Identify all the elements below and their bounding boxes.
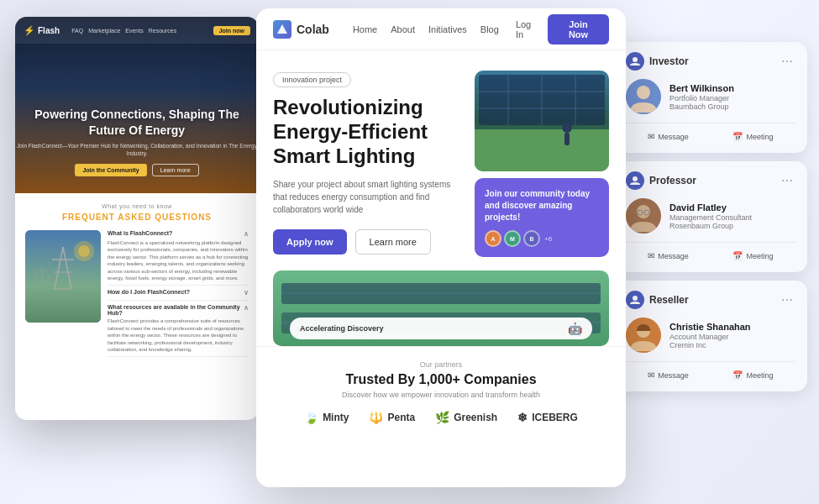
- reseller-role-icon: [626, 291, 644, 309]
- flash-faq-answer-0: FlashConnect is a specialized networking…: [108, 239, 249, 281]
- partner-greenish-icon: 🌿: [435, 411, 449, 424]
- colab-apply-button[interactable]: Apply now: [273, 229, 347, 255]
- colab-partners-label: Our partners: [273, 360, 609, 369]
- investor-message-button[interactable]: ✉ Message: [626, 130, 711, 143]
- colab-join-button[interactable]: Join Now: [548, 14, 609, 45]
- reseller-title: Account Manager: [669, 333, 751, 341]
- colab-avatar-m: M: [504, 230, 521, 247]
- reseller-avatar: [626, 318, 661, 353]
- flash-logo: ⚡ Flash: [24, 25, 60, 36]
- flash-faq-item-0[interactable]: What is FlashConnect? ∧ FlashConnect is …: [108, 230, 249, 286]
- reseller-role-label: Reseller: [649, 294, 774, 306]
- colab-card: Colab Home About Initiatives Blog Log In…: [256, 8, 626, 487]
- flash-nav: ⚡ Flash FAQ Marketplace Events Resources…: [15, 17, 259, 44]
- partner-minty: 🍃 Minty: [304, 411, 349, 424]
- svg-rect-20: [564, 133, 570, 145]
- colab-partner-logos: 🍃 Minty 🔱 Penta 🌿 Greenish ❄ ICEBERG: [273, 411, 609, 424]
- colab-avatar-more: +6: [544, 235, 552, 243]
- flash-faq-item-1[interactable]: How do I Join FlashConnect? ∨: [108, 289, 249, 301]
- colab-nav-home[interactable]: Home: [353, 24, 377, 34]
- reseller-meeting-label: Meeting: [746, 371, 773, 380]
- flash-community-button[interactable]: Join the Community: [75, 164, 146, 176]
- colab-partners-title: Trusted By 1,000+ Companies: [273, 372, 609, 387]
- reseller-meeting-button[interactable]: 📅 Meeting: [711, 369, 795, 381]
- colab-nav-actions: Log In Join Now: [516, 14, 609, 45]
- colab-avatars: A M B +6: [485, 230, 599, 247]
- flash-logo-text: Flash: [38, 26, 60, 35]
- contact-cards-container: Investor ⋯ Bert Wilkinson Portfolio Mana…: [614, 42, 807, 391]
- professor-more-button[interactable]: ⋯: [779, 172, 795, 189]
- professor-meeting-button[interactable]: 📅 Meeting: [711, 249, 795, 262]
- investor-company: Baumbach Group: [669, 102, 734, 111]
- flash-faq-image: [25, 230, 101, 323]
- partner-greenish-label: Greenish: [454, 412, 497, 423]
- meeting-icon: 📅: [732, 132, 743, 141]
- colab-hero-desc: Share your project about smart lighting …: [273, 178, 465, 216]
- professor-actions: ✉ Message 📅 Meeting: [626, 242, 795, 262]
- colab-hero-actions: Apply now Learn more: [273, 229, 465, 255]
- svg-point-29: [633, 176, 638, 181]
- flash-faq-question-1[interactable]: How do I Join FlashConnect? ∨: [108, 289, 249, 297]
- colab-hero-title: Revolutionizing Energy-Efficient Smart L…: [273, 96, 465, 168]
- colab-nav-blog[interactable]: Blog: [480, 24, 499, 34]
- investor-meeting-button[interactable]: 📅 Meeting: [711, 130, 795, 143]
- colab-partners: Our partners Trusted By 1,000+ Companies…: [256, 346, 626, 434]
- colab-learn-button[interactable]: Learn more: [355, 229, 431, 255]
- professor-message-button[interactable]: ✉ Message: [626, 249, 711, 262]
- contact-card-reseller: Reseller ⋯ Christie Shanahan Account Man…: [614, 281, 807, 391]
- reseller-message-label: Message: [658, 371, 689, 380]
- flash-card: ⚡ Flash FAQ Marketplace Events Resources…: [15, 17, 259, 420]
- meeting-icon-3: 📅: [732, 370, 743, 380]
- professor-role-icon: [626, 171, 644, 190]
- flash-hero-buttons: Join the Community Learn more: [15, 164, 259, 176]
- svg-point-19: [562, 123, 572, 133]
- colab-logo: Colab: [273, 20, 329, 39]
- reseller-message-button[interactable]: ✉ Message: [626, 369, 711, 381]
- colab-discovery-label: Accelerating Discovery: [300, 324, 384, 333]
- flash-faq-question-0[interactable]: What is FlashConnect? ∧: [108, 230, 249, 238]
- partner-minty-label: Minty: [323, 412, 349, 423]
- flash-faq-question-2[interactable]: What resources are available in the Comm…: [108, 304, 249, 316]
- svg-point-9: [78, 245, 90, 257]
- colab-hero-left: Innovation project Revolutionizing Energ…: [273, 71, 475, 257]
- flash-nav-events[interactable]: Events: [125, 28, 143, 34]
- flash-faq-illustration: [25, 230, 101, 323]
- flash-nav-marketplace[interactable]: Marketplace: [88, 28, 120, 34]
- colab-nav: Colab Home About Initiatives Blog Log In…: [256, 8, 626, 50]
- flash-nav-faq[interactable]: FAQ: [71, 28, 83, 34]
- colab-discovery-bar: Accelerating Discovery 🤖: [290, 318, 592, 339]
- professor-avatar: [626, 198, 661, 234]
- professor-meeting-label: Meeting: [746, 252, 773, 260]
- flash-hero-text: Powering Connections, Shaping The Future…: [15, 107, 259, 176]
- svg-point-26: [633, 57, 638, 62]
- investor-more-button[interactable]: ⋯: [779, 53, 795, 70]
- flash-faq-chevron-1: ∨: [244, 289, 249, 297]
- investor-role-label: Investor: [649, 55, 774, 67]
- flash-lightning-icon: ⚡: [24, 25, 35, 36]
- colab-bottom-image-container: Accelerating Discovery 🤖: [273, 270, 609, 346]
- flash-faq-item-2[interactable]: What resources are available in the Comm…: [108, 304, 249, 357]
- colab-nav-about[interactable]: About: [391, 24, 415, 34]
- flash-faq-chevron-2: ∧: [244, 304, 249, 316]
- contact-person-investor: Bert Wilkinson Portfolio Manager Baumbac…: [626, 79, 795, 114]
- reseller-more-button[interactable]: ⋯: [779, 291, 795, 308]
- colab-login-link[interactable]: Log In: [516, 19, 539, 39]
- professor-company: Rosenbaum Group: [669, 222, 752, 230]
- colab-purple-card: Join our community today and discover am…: [475, 178, 609, 257]
- flash-join-button[interactable]: Join now: [213, 26, 250, 35]
- reseller-actions: ✉ Message 📅 Meeting: [626, 361, 795, 381]
- svg-point-31: [637, 205, 650, 218]
- flash-faq-items: What is FlashConnect? ∧ FlashConnect is …: [108, 230, 249, 357]
- investor-actions: ✉ Message 📅 Meeting: [626, 123, 795, 143]
- contact-card-investor: Investor ⋯ Bert Wilkinson Portfolio Mana…: [614, 42, 807, 153]
- contact-header-professor: Professor ⋯: [626, 171, 795, 190]
- colab-nav-initiatives[interactable]: Initiatives: [428, 24, 467, 34]
- professor-name: David Flatley: [669, 202, 752, 213]
- partner-penta: 🔱 Penta: [369, 411, 415, 424]
- colab-partners-sub: Discover how we empower innovation and t…: [273, 391, 609, 399]
- flash-learn-button[interactable]: Learn more: [152, 164, 199, 176]
- flash-nav-resources[interactable]: Resources: [149, 28, 176, 34]
- partner-iceberg-label: ICEBERG: [532, 412, 578, 423]
- flash-hero: ⚡ Flash FAQ Marketplace Events Resources…: [15, 17, 259, 193]
- flash-faq-title: FREQUENT ASKED QUESTIONS: [25, 213, 249, 222]
